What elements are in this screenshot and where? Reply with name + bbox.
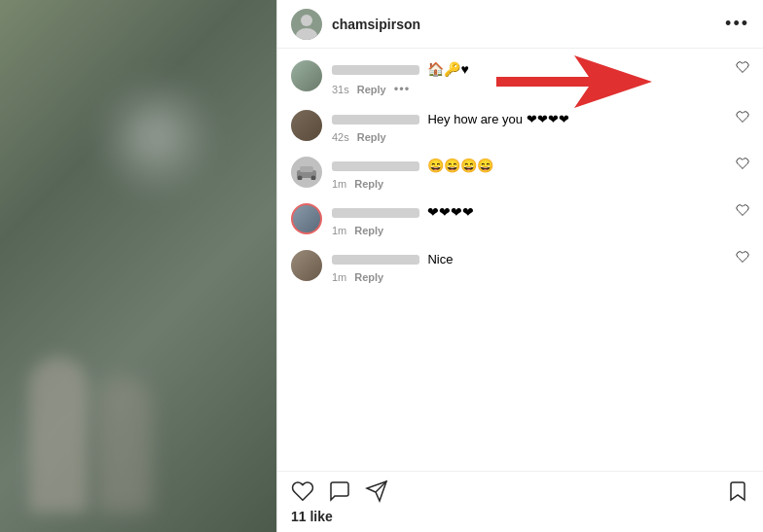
post-header: chamsipirson ••• — [277, 0, 763, 49]
avatar — [291, 157, 322, 188]
comment-content: 🏠🔑♥ 31s Reply ••• — [332, 60, 736, 96]
comment-text: ❤❤❤❤ — [427, 204, 474, 220]
bookmark-button[interactable] — [726, 479, 749, 503]
comment-username — [332, 161, 419, 171]
reply-button[interactable]: Reply — [354, 225, 383, 236]
comment-like-button[interactable] — [736, 110, 749, 127]
comment-button[interactable] — [328, 479, 351, 503]
comment-time: 1m — [332, 178, 346, 190]
comment-text: Nice — [427, 252, 453, 266]
svg-point-1 — [296, 28, 317, 40]
comment-like-button[interactable] — [736, 203, 749, 221]
instagram-comments-panel: chamsipirson ••• 🏠🔑♥ 31s Reply ••• — [276, 0, 763, 532]
comment-time: 1m — [332, 271, 346, 283]
comment-content: 😄😄😄😄 1m Reply — [332, 157, 736, 190]
comment-meta: 1m Reply — [332, 225, 736, 236]
comment-item: 🏠🔑♥ 31s Reply ••• — [291, 60, 749, 96]
reply-button[interactable]: Reply — [357, 84, 386, 95]
comment-content: Nice 1m Reply — [332, 250, 736, 283]
comment-time: 1m — [332, 225, 346, 236]
more-options-button[interactable]: ••• — [725, 14, 749, 34]
comment-item: 😄😄😄😄 1m Reply — [291, 157, 749, 190]
post-author-avatar — [291, 9, 322, 40]
comment-like-button[interactable] — [736, 157, 749, 174]
background-image-panel — [0, 0, 276, 532]
reply-button[interactable]: Reply — [354, 178, 383, 190]
likes-count: 11 like — [277, 507, 763, 532]
blur-overlay — [0, 0, 276, 532]
comment-text: Hey how are you ❤❤❤❤ — [427, 112, 568, 126]
comment-username — [332, 208, 419, 218]
avatar — [291, 110, 322, 141]
comment-meta: 31s Reply ••• — [332, 82, 736, 96]
comment-meta: 1m Reply — [332, 271, 736, 283]
action-icons-row — [291, 479, 749, 503]
comment-text: 😄😄😄😄 — [427, 158, 493, 173]
comment-time: 31s — [332, 84, 349, 95]
comment-username — [332, 255, 419, 265]
comment-more-button[interactable]: ••• — [394, 82, 411, 96]
avatar — [291, 250, 322, 281]
comment-time: 42s — [332, 131, 349, 143]
comments-area: 🏠🔑♥ 31s Reply ••• — [277, 49, 763, 471]
svg-point-0 — [301, 15, 312, 26]
comment-content: Hey how are you ❤❤❤❤ 42s Reply — [332, 110, 736, 143]
avatar — [291, 203, 322, 234]
like-button[interactable] — [291, 479, 314, 503]
comment-content: ❤❤❤❤ 1m Reply — [332, 203, 736, 236]
comment-item: ❤❤❤❤ 1m Reply — [291, 203, 749, 236]
comment-username — [332, 115, 419, 124]
comment-like-button[interactable] — [736, 60, 749, 78]
reply-button[interactable]: Reply — [357, 131, 386, 143]
comment-like-button[interactable] — [736, 250, 749, 267]
action-bar — [277, 471, 763, 507]
reply-button[interactable]: Reply — [354, 271, 383, 283]
comment-item: Nice 1m Reply — [291, 250, 749, 283]
svg-rect-5 — [300, 166, 313, 172]
post-author-username: chamsipirson — [332, 17, 725, 32]
comment-username — [332, 65, 419, 75]
comment-meta: 1m Reply — [332, 178, 736, 190]
share-button[interactable] — [365, 479, 388, 503]
comment-item: Hey how are you ❤❤❤❤ 42s Reply — [291, 110, 749, 143]
avatar — [291, 60, 322, 91]
comment-meta: 42s Reply — [332, 131, 736, 143]
